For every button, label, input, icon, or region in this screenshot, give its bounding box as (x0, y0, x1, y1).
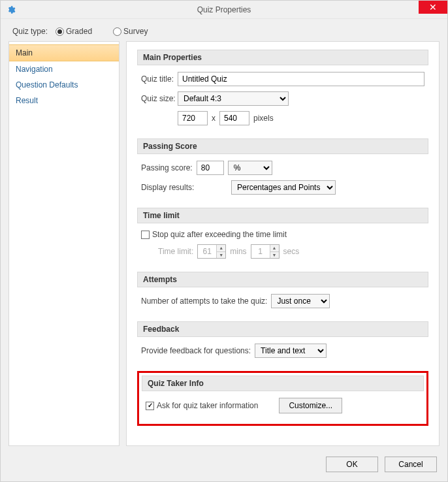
customize-button[interactable]: Customize... (279, 398, 342, 413)
secs-spinner[interactable]: ▲▼ (251, 244, 280, 259)
sidebar: Main Navigation Question Defaults Result (8, 41, 120, 446)
section-header-quiz-taker-info: Quiz Taker Info (142, 376, 424, 391)
radio-graded[interactable]: Graded (56, 27, 92, 36)
pixels-label: pixels (253, 114, 274, 123)
sidebar-item-label: Main (16, 48, 33, 57)
cancel-button[interactable]: Cancel (385, 457, 437, 472)
ask-info-label: Ask for quiz taker information (157, 401, 258, 410)
gear-icon (6, 5, 16, 15)
quiz-type-row: Quiz type: Graded Survey (1, 19, 447, 41)
x-label: x (212, 114, 216, 123)
mins-label: mins (230, 247, 246, 256)
ask-info-checkbox[interactable]: Ask for quiz taker information (146, 401, 258, 410)
feedback-select[interactable]: Title and text (255, 344, 327, 358)
display-results-label: Display results: (141, 183, 227, 192)
chevron-up-icon: ▲ (270, 245, 279, 252)
stop-quiz-checkbox[interactable]: Stop quiz after exceeding the time limit (141, 230, 287, 239)
dialog-title: Quiz Properties (1, 5, 447, 14)
sidebar-item-main[interactable]: Main (9, 44, 119, 61)
time-limit-label: Time limit: (158, 247, 193, 256)
chevron-up-icon: ▲ (217, 245, 225, 252)
chevron-down-icon: ▼ (217, 252, 225, 259)
sidebar-item-question-defaults[interactable]: Question Defaults (9, 77, 119, 93)
radio-survey-label: Survey (123, 27, 148, 36)
quiz-size-label: Quiz size: (141, 94, 174, 103)
secs-input (251, 245, 270, 258)
secs-label: secs (283, 247, 300, 256)
highlight-box: Quiz Taker Info Ask for quiz taker infor… (137, 371, 428, 426)
section-header-time-limit: Time limit (137, 208, 428, 223)
radio-icon (56, 27, 64, 36)
customize-button-label: Customize... (289, 401, 332, 410)
stop-quiz-label: Stop quiz after exceeding the time limit (152, 230, 287, 239)
close-button[interactable]: ✕ (419, 1, 447, 14)
dialog-window: Quiz Properties ✕ Quiz type: Graded Surv… (0, 0, 448, 482)
checkbox-icon (146, 402, 154, 410)
quiz-title-input[interactable] (178, 72, 424, 86)
section-header-main-properties: Main Properties (137, 50, 428, 65)
checkbox-icon (141, 231, 150, 239)
sidebar-item-result[interactable]: Result (9, 93, 119, 108)
height-input[interactable] (219, 111, 249, 125)
sidebar-item-label: Result (16, 96, 38, 105)
mins-input (198, 245, 216, 258)
quiz-type-label: Quiz type: (12, 27, 48, 36)
sidebar-item-label: Question Defaults (16, 80, 78, 89)
sidebar-item-label: Navigation (16, 65, 53, 74)
titlebar: Quiz Properties ✕ (1, 1, 447, 19)
quiz-size-select[interactable]: Default 4:3 (178, 91, 289, 106)
radio-graded-label: Graded (66, 27, 92, 36)
cancel-button-label: Cancel (398, 460, 423, 469)
quiz-title-label: Quiz title: (141, 74, 174, 84)
passing-score-label: Passing score: (141, 163, 193, 172)
width-input[interactable] (178, 111, 208, 125)
radio-icon (113, 27, 121, 36)
passing-score-input[interactable] (197, 161, 224, 175)
radio-survey[interactable]: Survey (113, 27, 148, 36)
passing-score-unit-select[interactable]: % (228, 161, 272, 175)
dialog-footer: OK Cancel (1, 451, 447, 481)
ok-button[interactable]: OK (326, 457, 378, 472)
attempts-select[interactable]: Just once (271, 294, 330, 308)
content-panel: Main Properties Quiz title: Quiz size: D… (126, 41, 440, 446)
close-icon: ✕ (429, 2, 437, 12)
display-results-select[interactable]: Percentages and Points (231, 180, 336, 195)
sidebar-item-navigation[interactable]: Navigation (9, 61, 119, 77)
feedback-label: Provide feedback for questions: (141, 346, 251, 355)
ok-button-label: OK (346, 460, 357, 469)
section-header-feedback: Feedback (137, 321, 428, 337)
section-header-attempts: Attempts (137, 272, 428, 287)
attempts-label: Number of attempts to take the quiz: (141, 297, 267, 306)
chevron-down-icon: ▼ (270, 252, 279, 259)
mins-spinner[interactable]: ▲▼ (197, 244, 226, 259)
section-header-passing-score: Passing Score (137, 138, 428, 154)
